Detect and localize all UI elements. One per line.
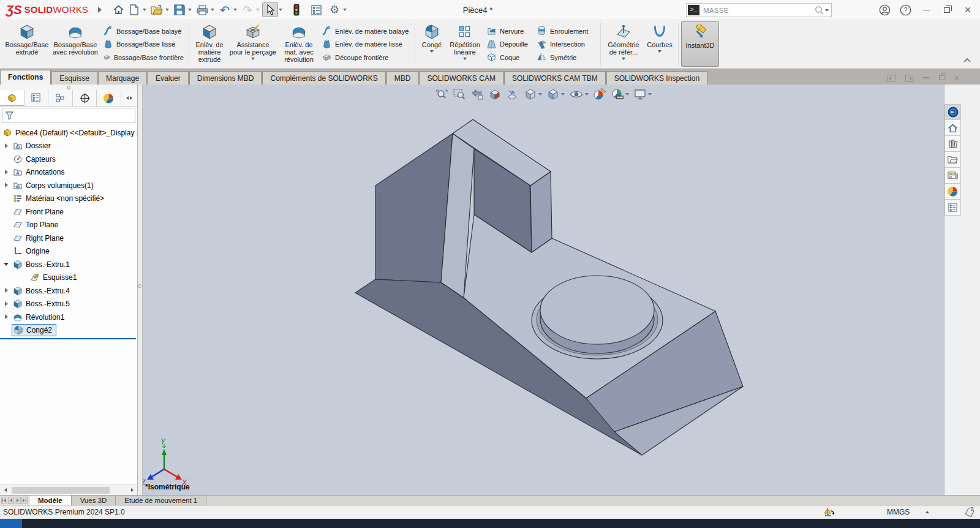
apply-scene-button[interactable] <box>611 88 629 100</box>
tab-mbd[interactable]: MBD <box>386 71 419 85</box>
tab-dimxpertmanager[interactable] <box>73 90 97 106</box>
minimize-button[interactable] <box>918 2 935 18</box>
document-close-button[interactable]: × <box>954 73 959 83</box>
cut-boundary-button[interactable]: Découpe frontière <box>322 51 410 64</box>
tab-dimensions-mbd[interactable]: Dimensions MBD <box>189 71 262 85</box>
close-button[interactable]: × <box>959 2 976 18</box>
tab-complements[interactable]: Compléments de SOLIDWORKS <box>262 71 385 85</box>
open-caret-icon[interactable] <box>165 9 169 11</box>
ribbon-collapse-button[interactable] <box>963 55 971 66</box>
logo-flyout-arrow-icon[interactable] <box>98 7 102 13</box>
open-button[interactable] <box>149 2 165 17</box>
tree-item[interactable]: Capteurs <box>0 153 137 166</box>
previous-view-button[interactable] <box>470 88 484 100</box>
tab-configurationmanager[interactable] <box>48 90 73 106</box>
tree-item-selected[interactable]: Congé2 <box>0 324 137 338</box>
search-caret-icon[interactable] <box>825 9 829 12</box>
redo-caret-icon[interactable] <box>256 9 260 11</box>
boss-sweep-button[interactable]: Bossage/Base balayé <box>103 25 184 37</box>
curves-button[interactable]: Courbes <box>644 21 676 67</box>
view-orientation-caret-icon[interactable] <box>538 93 542 96</box>
tab-evaluer[interactable]: Evaluer <box>148 71 189 85</box>
cut-sweep-button[interactable]: Enlèv. de matière balayé <box>322 25 410 37</box>
document-minimize-button[interactable] <box>923 77 929 78</box>
first-tab-button[interactable] <box>1 497 7 504</box>
3dexperience-button[interactable] <box>944 104 961 120</box>
save-caret-icon[interactable] <box>188 9 192 11</box>
dynamic-annotation-views-button[interactable]: A <box>506 88 519 100</box>
tree-root[interactable]: Pièce4 (Default) <<Default>_Display S <box>0 126 137 140</box>
section-view-button[interactable] <box>488 88 502 100</box>
print-caret-icon[interactable] <box>211 9 214 11</box>
curves-caret-icon[interactable] <box>658 50 662 53</box>
cut-revolve-button[interactable]: Enlèv. de mat. avec révolution <box>279 21 319 67</box>
draft-button[interactable]: Dépouille <box>486 38 532 51</box>
expand-right-pane-button[interactable] <box>905 75 913 81</box>
redo-button[interactable]: ↷ <box>239 2 255 17</box>
tab-propertymanager[interactable] <box>24 90 49 106</box>
scrollbar-right-button[interactable] <box>127 485 137 495</box>
tree-item[interactable]: Annotations <box>0 166 137 179</box>
previous-tab-button[interactable] <box>8 497 14 504</box>
tab-solidworks-cam[interactable]: SOLIDWORKS CAM <box>420 71 503 85</box>
hide-show-items-button[interactable] <box>569 88 589 100</box>
reference-geometry-button[interactable]: Géométrie de référ... <box>603 21 644 67</box>
undo-button[interactable]: ↶ <box>217 2 233 17</box>
collapse-arrow-icon[interactable] <box>4 262 9 267</box>
cut-extrude-button[interactable]: Enlèv. de matière extrudé <box>192 21 227 67</box>
model-left-face[interactable] <box>375 134 453 282</box>
account-button[interactable] <box>876 2 893 18</box>
zoom-to-area-button[interactable] <box>453 88 466 100</box>
panel-splitter[interactable] <box>138 85 143 495</box>
performance-traffic-light-button[interactable] <box>288 2 304 17</box>
scrollbar-left-button[interactable] <box>0 485 10 495</box>
boss-revolve-button[interactable]: Bossage/Base avec révolution <box>50 21 100 67</box>
tab-fonctions[interactable]: Fonctions <box>0 70 51 85</box>
save-button[interactable] <box>172 2 187 17</box>
expand-arrow-icon[interactable] <box>4 288 9 293</box>
next-tab-button[interactable] <box>15 497 21 504</box>
select-cursor-button[interactable] <box>262 2 278 17</box>
tree-item[interactable]: Boss.-Extru.1 <box>0 258 137 271</box>
taskpane-home-button[interactable] <box>944 120 961 136</box>
document-restore-button[interactable] <box>939 75 944 80</box>
boss-extrude-button[interactable]: Bossage/Base extrudé <box>4 21 50 67</box>
last-tab-button[interactable] <box>21 497 28 504</box>
model-boss-top-face[interactable] <box>540 276 654 344</box>
reference-geometry-caret-icon[interactable] <box>622 58 625 60</box>
help-button[interactable]: ? <box>897 2 914 18</box>
rebuild-status-icon[interactable]: ! <box>824 507 835 519</box>
tree-horizontal-scrollbar[interactable] <box>0 485 137 495</box>
zoom-to-fit-button[interactable] <box>435 88 448 100</box>
scroll-right-icon[interactable] <box>130 96 132 100</box>
tab-displaymanager[interactable] <box>97 90 121 106</box>
options-caret-icon[interactable] <box>343 9 347 11</box>
panel-splitter-handle[interactable] <box>0 85 137 90</box>
tree-item[interactable]: Origine <box>0 245 137 258</box>
tab-marquage[interactable]: Marquage <box>98 71 147 85</box>
expand-arrow-icon[interactable] <box>4 314 9 320</box>
view-settings-caret-icon[interactable] <box>648 93 652 96</box>
edit-appearance-button[interactable] <box>593 88 606 100</box>
hole-wizard-button[interactable]: Assistance pour le perçage <box>227 21 279 67</box>
tree-item[interactable]: Corps volumiques(1) <box>0 179 137 192</box>
design-library-button[interactable] <box>944 136 961 152</box>
restore-button[interactable] <box>938 2 956 18</box>
tab-featuremanager-tree[interactable] <box>0 90 24 106</box>
tab-modele[interactable]: Modèle <box>29 496 72 505</box>
tag-icon[interactable] <box>964 507 975 519</box>
hole-wizard-caret-icon[interactable] <box>251 58 255 60</box>
tab-solidworks-cam-tbm[interactable]: SOLIDWORKS CAM TBM <box>504 71 606 85</box>
tree-item[interactable]: Révolution1 <box>0 311 137 324</box>
linear-pattern-button[interactable]: Répétition linéaire <box>446 21 484 67</box>
intersect-button[interactable]: Intersection <box>537 38 595 51</box>
tree-item[interactable]: Front Plane <box>0 205 137 219</box>
feature-tabs-scroll[interactable] <box>121 90 137 106</box>
tree-item[interactable]: Boss.-Extru.5 <box>0 298 137 311</box>
expand-arrow-icon[interactable] <box>4 183 9 188</box>
collapse-left-pane-button[interactable] <box>888 75 895 81</box>
wrap-button[interactable]: Enroulement <box>537 25 595 37</box>
search-input[interactable]: MASSE <box>699 7 815 14</box>
tree-item[interactable]: Matériau <non spécifié> <box>0 192 137 206</box>
select-caret-icon[interactable] <box>279 9 282 11</box>
